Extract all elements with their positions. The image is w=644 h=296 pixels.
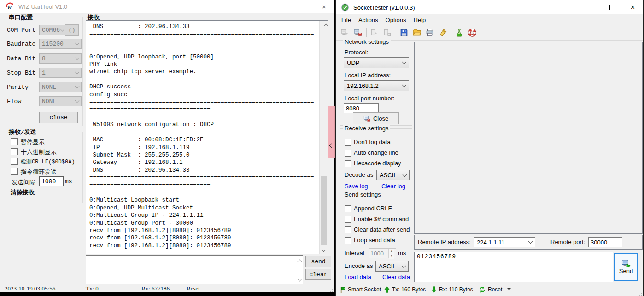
- save-icon[interactable]: [398, 27, 410, 38]
- crlf-detect-label: 检测CR_LF($0D$0A): [21, 158, 75, 166]
- auto-change-line-label: Auto change line: [354, 149, 398, 156]
- send-file-icon[interactable]: [369, 27, 380, 38]
- uart-send-button[interactable]: send: [305, 256, 331, 267]
- append-crlf-checkbox[interactable]: [345, 205, 351, 212]
- socket-status-name: Smart Socket: [348, 286, 381, 293]
- uart-resize-grip[interactable]: [328, 286, 334, 291]
- enable-command-checkbox[interactable]: [345, 216, 351, 223]
- socket-minimize-button[interactable]: —: [581, 0, 602, 14]
- socket-statusbar: Smart Socket Tx: 160 Bytes Rx: 110 Bytes…: [336, 284, 643, 296]
- uart-send-input[interactable]: [86, 255, 303, 285]
- toolbar-separator: [396, 28, 396, 37]
- socket-status-reset[interactable]: Reset: [488, 286, 502, 293]
- help-lifebuoy-icon[interactable]: [467, 27, 478, 38]
- clear-after-send-checkbox[interactable]: [345, 226, 351, 233]
- socket-resize-grip[interactable]: [637, 290, 642, 295]
- pause-display-checkbox[interactable]: [11, 138, 18, 145]
- socket-close-button[interactable]: Close: [353, 112, 399, 124]
- hexacode-display-checkbox[interactable]: [345, 160, 351, 167]
- local-port-input[interactable]: 8080: [344, 103, 379, 113]
- send-interval-input[interactable]: 1000: [39, 176, 64, 186]
- remote-ip-select[interactable]: 224.1.1.11: [474, 237, 535, 247]
- uart-maximize-button[interactable]: [293, 0, 314, 13]
- menu-file[interactable]: File: [338, 15, 355, 25]
- clear-after-send-label: Clear data after send: [354, 226, 410, 233]
- crlf-detect-checkbox[interactable]: [11, 158, 18, 165]
- send-scroll-down-icon[interactable]: [298, 278, 301, 281]
- protocol-select[interactable]: UDP: [344, 57, 409, 68]
- network-settings-legend: Network settings: [343, 38, 391, 45]
- scroll-up-icon[interactable]: [320, 21, 328, 29]
- socket-status-tx: Tx: 160 Bytes: [392, 286, 426, 293]
- socket-menubar: File Actions Options Help: [336, 14, 643, 25]
- interval-spinner[interactable]: 1000 ▲▼: [369, 248, 396, 258]
- scroll-down-icon[interactable]: [320, 246, 328, 254]
- remote-port-input[interactable]: 30000: [588, 237, 622, 247]
- local-ip-select[interactable]: 192.168.1.2: [344, 80, 409, 91]
- loop-send-data-label: Loop send data: [354, 237, 395, 244]
- clear-data-link[interactable]: Clear data: [382, 273, 410, 280]
- receive-log-area[interactable]: DNS : 202.96.134.33 ====================…: [86, 20, 328, 254]
- encode-as-select[interactable]: ASCII: [375, 261, 409, 272]
- com-port-select[interactable]: COM66: [39, 25, 67, 35]
- send-scroll-up-icon[interactable]: [298, 258, 301, 263]
- uart-close-button[interactable]: ×: [314, 0, 334, 13]
- send-computer-icon: [621, 260, 631, 267]
- append-crlf-label: Append CRLF: [354, 205, 392, 212]
- open-icon[interactable]: [411, 27, 422, 38]
- databit-label: Data Bit: [7, 55, 35, 62]
- uart-minimize-button[interactable]: —: [272, 0, 293, 13]
- parity-label: Parity: [7, 84, 29, 91]
- stopbit-label: Stop Bit: [7, 70, 35, 76]
- send-settings-legend: Send settings: [343, 191, 383, 198]
- socket-send-input[interactable]: 0123456789: [414, 252, 613, 282]
- uart-window-controls: — ×: [272, 0, 334, 13]
- toolbar-separator: [451, 28, 451, 37]
- rx-down-arrow-icon: [431, 286, 437, 295]
- flow-label: Flow: [7, 98, 21, 105]
- clear-log-icon[interactable]: [437, 27, 448, 38]
- reset-icon[interactable]: [479, 286, 486, 295]
- clear-receive-link[interactable]: 清除接收: [11, 188, 35, 197]
- menu-options[interactable]: Options: [382, 15, 410, 25]
- socket-send-button[interactable]: Send: [614, 253, 638, 281]
- uart-status-reset[interactable]: Reset: [187, 285, 200, 292]
- dont-log-checkbox[interactable]: [345, 139, 351, 146]
- slideout-handle[interactable]: [328, 106, 335, 158]
- parity-select[interactable]: NONE: [39, 82, 82, 92]
- save-log-link[interactable]: Save log: [345, 183, 368, 190]
- disconnect-icon[interactable]: [352, 27, 363, 38]
- loop-send-checkbox[interactable]: [11, 168, 18, 175]
- hex-display-checkbox[interactable]: [11, 148, 18, 155]
- spin-down-icon[interactable]: ▼: [389, 254, 394, 259]
- baudrate-select[interactable]: 115200: [39, 39, 82, 49]
- pause-display-label: 暂停显示: [21, 138, 45, 146]
- load-data-link[interactable]: Load data: [345, 273, 371, 280]
- receive-scrollbar[interactable]: [319, 21, 328, 254]
- smart-socket-flag-icon: [340, 286, 346, 296]
- socket-log-panel[interactable]: [414, 42, 643, 234]
- menu-help[interactable]: Help: [410, 15, 429, 25]
- loop-send-data-checkbox[interactable]: [345, 237, 351, 244]
- stopbit-select[interactable]: 1: [39, 68, 82, 78]
- print-icon[interactable]: [424, 27, 435, 38]
- decode-as-select[interactable]: ASCII: [376, 170, 410, 180]
- clear-log-link[interactable]: Clear log: [381, 183, 405, 190]
- menu-actions[interactable]: Actions: [355, 15, 382, 25]
- databit-select[interactable]: 8: [39, 53, 82, 64]
- socket-close-x-button[interactable]: ×: [622, 0, 643, 14]
- receive-scrollbar-thumb[interactable]: [321, 176, 327, 245]
- socket-maximize-button[interactable]: [602, 0, 622, 14]
- test-flask-icon[interactable]: [454, 27, 465, 38]
- reset-dropdown-icon[interactable]: [507, 288, 511, 292]
- auto-change-line-checkbox[interactable]: [345, 150, 351, 157]
- connect-icon[interactable]: [340, 27, 351, 38]
- com-refresh-button[interactable]: (): [65, 24, 79, 36]
- uart-clear-button[interactable]: clear: [305, 269, 331, 280]
- flow-select[interactable]: NONE: [39, 96, 82, 106]
- serial-close-button[interactable]: close: [39, 112, 78, 123]
- socket-window-controls: — ×: [581, 0, 643, 14]
- sockettester-app-icon: [341, 3, 349, 12]
- spin-up-icon[interactable]: ▲: [389, 249, 394, 254]
- stop-send-icon[interactable]: [382, 27, 393, 38]
